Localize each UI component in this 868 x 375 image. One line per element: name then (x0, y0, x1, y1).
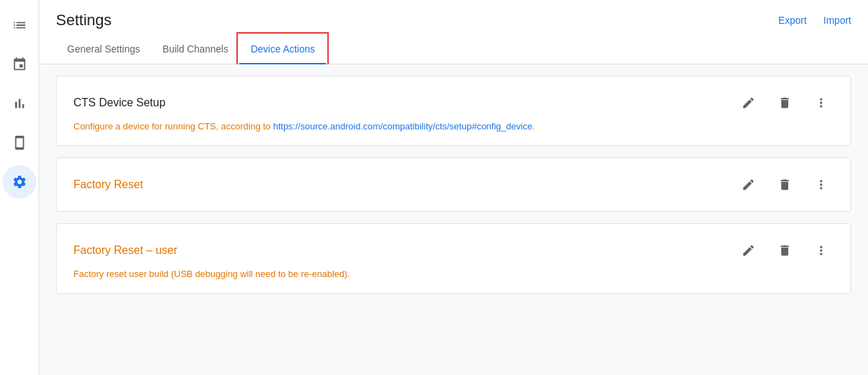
import-link[interactable]: Import (823, 15, 851, 26)
sidebar (0, 0, 39, 375)
more-button-factory-reset[interactable] (809, 172, 834, 197)
card-actions-fru (736, 238, 834, 263)
sidebar-item-settings[interactable] (3, 165, 36, 199)
main-content: Settings Export Import General Settings … (39, 0, 868, 375)
action-desc-cts: Configure a device for running CTS, acco… (73, 121, 834, 132)
edit-button-factory-reset[interactable] (736, 172, 761, 197)
sidebar-item-chart[interactable] (3, 87, 36, 120)
action-card-header-fru: Factory Reset – user (73, 238, 834, 263)
content-area: CTS Device Setup Configure a device for … (39, 64, 868, 375)
tab-device-actions[interactable]: Device Actions (239, 35, 326, 64)
card-actions-fr (736, 172, 834, 197)
cts-link[interactable]: https://source.android.com/compatibility… (273, 121, 532, 132)
tab-general-settings[interactable]: General Settings (56, 35, 151, 64)
sidebar-item-phone[interactable] (3, 126, 36, 160)
more-button-factory-reset-user[interactable] (809, 238, 834, 263)
export-link[interactable]: Export (778, 15, 806, 26)
delete-button-factory-reset-user[interactable] (772, 238, 797, 263)
delete-button-cts[interactable] (772, 90, 797, 115)
tab-bar: General Settings Build Channels Device A… (39, 35, 868, 64)
card-actions-cts (736, 90, 834, 115)
more-button-cts[interactable] (809, 90, 834, 115)
action-title-factory-reset-user: Factory Reset – user (73, 244, 178, 257)
action-card-cts-device-setup: CTS Device Setup Configure a device for … (56, 76, 851, 146)
page-header: Settings Export Import (39, 0, 868, 29)
action-card-header-fr: Factory Reset (73, 172, 834, 197)
sidebar-item-calendar[interactable] (3, 48, 36, 81)
tab-build-channels[interactable]: Build Channels (151, 35, 239, 64)
action-desc-fru: Factory reset user build (USB debugging … (73, 269, 834, 279)
sidebar-item-list[interactable] (3, 8, 36, 42)
page-title: Settings (56, 11, 112, 29)
action-card-factory-reset: Factory Reset (56, 157, 851, 212)
edit-button-cts[interactable] (736, 90, 761, 115)
header-actions: Export Import (778, 15, 851, 26)
action-card-header: CTS Device Setup (73, 90, 834, 115)
edit-button-factory-reset-user[interactable] (736, 238, 761, 263)
action-title-factory-reset: Factory Reset (73, 178, 143, 191)
action-title-cts: CTS Device Setup (73, 97, 166, 109)
delete-button-factory-reset[interactable] (772, 172, 797, 197)
action-card-factory-reset-user: Factory Reset – user Factory reset user … (56, 223, 851, 294)
